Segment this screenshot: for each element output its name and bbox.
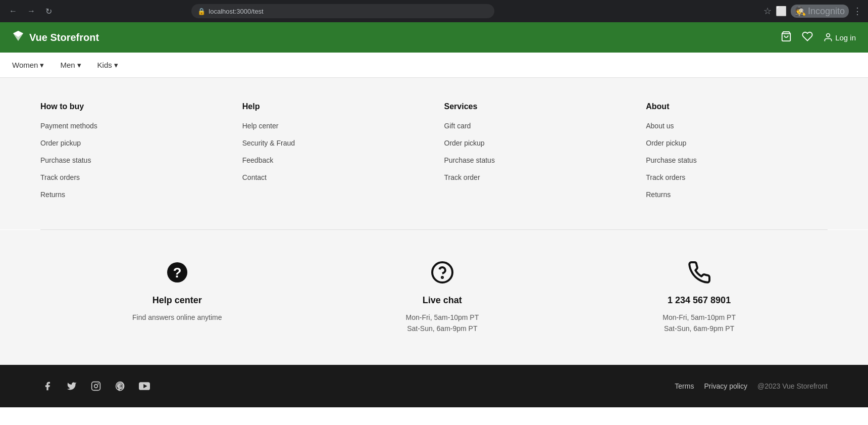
list-item: Track orders: [646, 173, 828, 182]
link-purchase-status-services[interactable]: Purchase status: [444, 156, 495, 164]
contact-section: ? Help center Find answers online anytim…: [0, 230, 868, 365]
link-about-us[interactable]: About us: [646, 122, 674, 130]
forward-button[interactable]: →: [24, 5, 38, 18]
link-order-pickup-services[interactable]: Order pickup: [444, 139, 485, 147]
footer-col-about: About About us Order pickup Purchase sta…: [646, 102, 828, 199]
nav-men-label: Men: [60, 61, 75, 69]
terms-link[interactable]: Terms: [675, 382, 694, 390]
list-item: Purchase status: [646, 156, 828, 165]
nav-item-men[interactable]: Men ▾: [60, 61, 81, 70]
privacy-policy-link[interactable]: Privacy policy: [704, 382, 747, 390]
footer-col-heading-how-to-buy: How to buy: [40, 102, 222, 111]
login-label: Log in: [835, 33, 856, 42]
list-item: Order pickup: [646, 138, 828, 148]
list-item: Purchase status: [444, 156, 626, 165]
incognito-label: Incognito: [808, 6, 845, 17]
help-center-subtitle: Find answers online anytime: [132, 312, 222, 323]
svg-rect-6: [92, 382, 100, 390]
twitter-svg: [67, 381, 77, 391]
browser-actions: ☆ ⬜ 🕵 Incognito ⋮: [763, 5, 862, 18]
link-returns-about[interactable]: Returns: [646, 191, 671, 199]
link-feedback[interactable]: Feedback: [242, 156, 273, 164]
pinterest-icon[interactable]: [113, 379, 127, 393]
back-button[interactable]: ←: [6, 5, 20, 18]
svg-point-1: [827, 34, 830, 37]
nav-item-women[interactable]: Women ▾: [12, 61, 44, 70]
footer-col-list-services: Gift card Order pickup Purchase status T…: [444, 121, 626, 182]
list-item: Track orders: [40, 173, 222, 182]
social-icons: [40, 379, 151, 393]
list-item: Order pickup: [40, 138, 222, 148]
list-item: Purchase status: [40, 156, 222, 165]
footer-col-heading-about: About: [646, 102, 828, 111]
twitter-icon[interactable]: [65, 379, 79, 393]
link-track-orders-about[interactable]: Track orders: [646, 173, 685, 181]
incognito-icon: 🕵: [795, 6, 806, 17]
copyright-text: @2023 Vue Storefront: [757, 382, 828, 390]
link-payment-methods[interactable]: Payment methods: [40, 122, 97, 130]
link-order-pickup[interactable]: Order pickup: [40, 139, 81, 147]
list-item: Returns: [40, 190, 222, 199]
reload-button[interactable]: ↻: [42, 5, 55, 18]
browser-chrome: ← → ↻ 🔒 localhost:3000/test ☆ ⬜ 🕵 Incogn…: [0, 0, 868, 22]
footer-col-services: Services Gift card Order pickup Purchase…: [444, 102, 626, 199]
menu-icon[interactable]: ⋮: [853, 6, 862, 17]
link-contact[interactable]: Contact: [242, 173, 267, 181]
link-track-order[interactable]: Track order: [444, 173, 480, 181]
bookmark-icon[interactable]: ☆: [763, 6, 772, 17]
bottom-right: Terms Privacy policy @2023 Vue Storefron…: [675, 382, 828, 390]
help-center-title: Help center: [152, 295, 202, 306]
list-item: Order pickup: [444, 138, 626, 148]
nav-bar: Women ▾ Men ▾ Kids ▾: [0, 53, 868, 78]
chevron-down-icon: ▾: [40, 61, 44, 70]
nav-item-kids[interactable]: Kids ▾: [97, 61, 118, 70]
cart-svg: [781, 31, 792, 42]
vsf-logo-svg: [12, 30, 24, 42]
logo-text: Vue Storefront: [29, 32, 99, 43]
footer-col-how-to-buy: How to buy Payment methods Order pickup …: [40, 102, 222, 199]
link-purchase-status-about[interactable]: Purchase status: [646, 156, 696, 164]
phone-icon: [687, 260, 711, 289]
address-bar[interactable]: 🔒 localhost:3000/test: [191, 4, 494, 18]
header-right: Log in: [781, 31, 856, 44]
link-security-fraud[interactable]: Security & Fraud: [242, 139, 295, 147]
chevron-down-icon: ▾: [77, 61, 81, 70]
footer-col-heading-services: Services: [444, 102, 626, 111]
list-item: Payment methods: [40, 121, 222, 130]
svg-text:?: ?: [173, 265, 181, 280]
contact-phone: 1 234 567 8901 Mon-Fri, 5am-10pm PTSat-S…: [662, 260, 736, 335]
phone-subtitle: Mon-Fri, 5am-10pm PTSat-Sun, 6am-9pm PT: [662, 312, 736, 335]
facebook-svg: [42, 381, 53, 391]
chevron-down-icon: ▾: [114, 61, 118, 70]
list-item: Contact: [242, 173, 424, 182]
list-item: Help center: [242, 121, 424, 130]
phone-icon-svg: [687, 260, 711, 285]
chat-icon-svg: [430, 260, 454, 285]
wishlist-icon[interactable]: [802, 31, 813, 44]
link-returns[interactable]: Returns: [40, 191, 65, 199]
list-item: About us: [646, 121, 828, 130]
list-item: Gift card: [444, 121, 626, 130]
facebook-icon[interactable]: [40, 379, 55, 393]
link-order-pickup-about[interactable]: Order pickup: [646, 139, 686, 147]
link-gift-card[interactable]: Gift card: [444, 122, 471, 130]
login-button[interactable]: Log in: [823, 32, 856, 42]
contact-live-chat: Live chat Mon-Fri, 5am-10pm PTSat-Sun, 6…: [405, 260, 479, 335]
link-help-center[interactable]: Help center: [242, 122, 279, 130]
list-item: Feedback: [242, 156, 424, 165]
cart-icon[interactable]: [781, 31, 792, 44]
svg-point-8: [98, 384, 98, 384]
logo[interactable]: Vue Storefront: [12, 30, 99, 45]
bottom-bar: Terms Privacy policy @2023 Vue Storefron…: [0, 365, 868, 407]
help-circle-icon: ?: [165, 260, 189, 289]
nav-kids-label: Kids: [97, 61, 112, 69]
youtube-svg: [139, 382, 150, 390]
phone-number: 1 234 567 8901: [668, 295, 731, 306]
user-icon: [823, 32, 833, 42]
link-track-orders[interactable]: Track orders: [40, 173, 80, 181]
help-icon-svg: ?: [165, 260, 189, 285]
tab-icon[interactable]: ⬜: [776, 6, 787, 17]
link-purchase-status[interactable]: Purchase status: [40, 156, 91, 164]
instagram-icon[interactable]: [89, 379, 103, 393]
youtube-icon[interactable]: [137, 379, 151, 393]
